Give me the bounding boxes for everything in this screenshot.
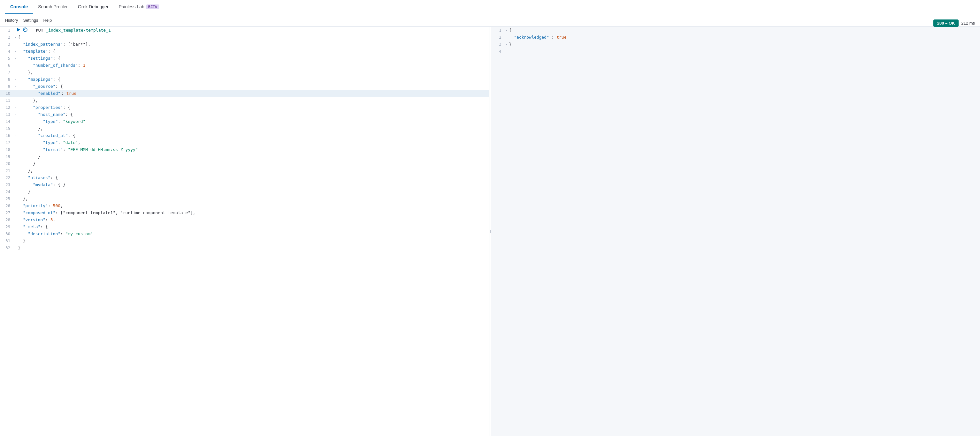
editor-line-21[interactable]: 21 }, [0,167,489,174]
run-button[interactable] [15,27,21,33]
editor-line-22[interactable]: 22- "aliases": { [0,174,489,181]
editor-line-5[interactable]: 5- "settings": { [0,55,489,62]
editor-line-6[interactable]: 6 "number_of_shards": 1 [0,62,489,69]
editor-line-9[interactable]: 9- "_source": { [0,83,489,90]
editor-line-17[interactable]: 17 "type": "date", [0,139,489,146]
editor-line-13[interactable]: 13- "host_name": { [0,111,489,118]
editor-pane[interactable]: 1PUT _index_template/template_12-{3 "ind… [0,27,489,436]
editor-line-19[interactable]: 19 } [0,153,489,160]
status-ok-badge: 200 – OK [933,19,959,27]
beta-badge: BETA [146,5,159,9]
pane-resizer[interactable] [489,27,491,436]
editor-line-32[interactable]: 32} [0,244,489,252]
editor-line-23[interactable]: 23 "mydata": { } [0,181,489,188]
response-editor: 1-{2 "acknowledged" : true3-}4 [491,27,980,55]
editor-line-11[interactable]: 11 }, [0,97,489,104]
editor-line-10[interactable]: 10 "enabled": true [0,90,489,97]
tab-grok-debugger[interactable]: Grok Debugger [73,0,114,14]
tab-painless-lab[interactable]: Painless Lab BETA [114,0,164,14]
editor-line-20[interactable]: 20 } [0,160,489,167]
tab-console[interactable]: Console [5,0,33,14]
editor-line-16[interactable]: 16- "created_at": { [0,132,489,139]
editor-line-29[interactable]: 29- "_meta": { [0,224,489,230]
editor-line-7[interactable]: 7 }, [0,69,489,76]
editor-line-25[interactable]: 25 }, [0,195,489,202]
response-line-4: 4 [491,48,980,55]
response-line-3: 3-} [491,41,980,48]
help-button[interactable]: Help [43,17,52,24]
editor-line-26[interactable]: 26 "priority": 500, [0,202,489,209]
response-line-1: 1-{ [491,27,980,34]
response-line-2: 2 "acknowledged" : true [491,34,980,41]
editor-line-2[interactable]: 2-{ [0,34,489,41]
status-bar: 200 – OK 212 ms [928,17,980,29]
editor-line-30[interactable]: 30 "description": "my custom" [0,230,489,238]
response-pane: 1-{2 "acknowledged" : true3-}4 [491,27,980,436]
top-nav: Console Search Profiler Grok Debugger Pa… [0,0,980,14]
editor-line-14[interactable]: 14 "type": "keyword" [0,118,489,125]
editor-line-27[interactable]: 27 "composed_of": ["component_template1"… [0,209,489,216]
settings-button[interactable]: Settings [23,17,38,24]
copy-as-curl-button[interactable] [22,27,28,33]
tab-search-profiler[interactable]: Search Profiler [33,0,73,14]
history-button[interactable]: History [5,17,18,24]
editor-line-4[interactable]: 4- "template": { [0,48,489,55]
status-time: 212 ms [961,21,975,25]
code-editor[interactable]: 1PUT _index_template/template_12-{3 "ind… [0,27,489,252]
editor-line-24[interactable]: 24 } [0,188,489,195]
editor-line-15[interactable]: 15 }, [0,125,489,132]
editor-line-8[interactable]: 8- "mappings": { [0,76,489,83]
editor-line-3[interactable]: 3 "index_patterns": ["bar*"], [0,41,489,48]
svg-marker-0 [17,28,20,32]
editor-line-28[interactable]: 28 "version": 3, [0,216,489,224]
editor-line-31[interactable]: 31 } [0,238,489,244]
editor-line-12[interactable]: 12- "properties": { [0,104,489,111]
editor-line-1[interactable]: 1PUT _index_template/template_1 [0,27,489,34]
editor-line-18[interactable]: 18 "format": "EEE MMM dd HH:mm:ss Z yyyy… [0,146,489,153]
svg-point-1 [23,28,27,32]
toolbar: History Settings Help 200 – OK 212 ms [0,14,980,27]
main-content: 1PUT _index_template/template_12-{3 "ind… [0,27,980,436]
